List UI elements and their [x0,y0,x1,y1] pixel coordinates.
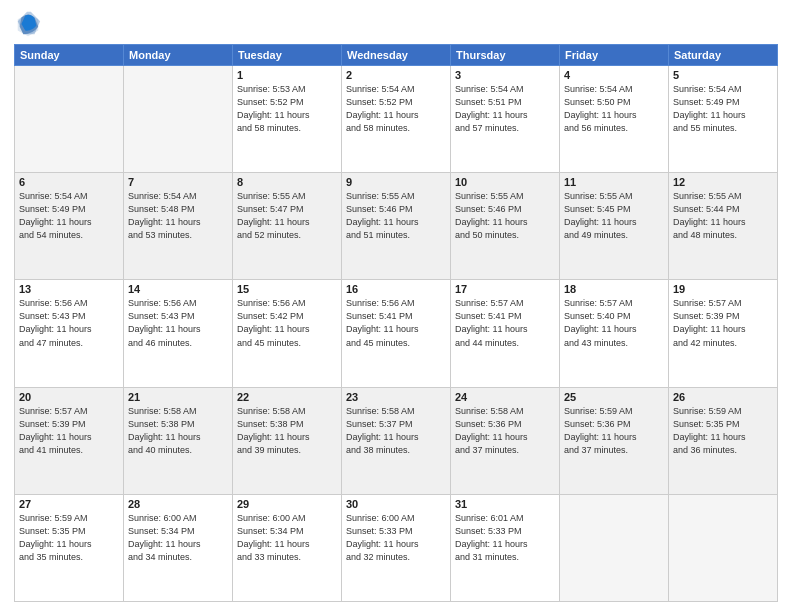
calendar-cell: 9Sunrise: 5:55 AM Sunset: 5:46 PM Daylig… [342,173,451,280]
calendar-cell: 8Sunrise: 5:55 AM Sunset: 5:47 PM Daylig… [233,173,342,280]
day-number: 23 [346,391,446,403]
day-number: 17 [455,283,555,295]
weekday-header-friday: Friday [560,45,669,66]
calendar-cell: 15Sunrise: 5:56 AM Sunset: 5:42 PM Dayli… [233,280,342,387]
calendar-cell: 1Sunrise: 5:53 AM Sunset: 5:52 PM Daylig… [233,66,342,173]
day-number: 15 [237,283,337,295]
day-number: 20 [19,391,119,403]
calendar-cell: 5Sunrise: 5:54 AM Sunset: 5:49 PM Daylig… [669,66,778,173]
header [14,10,778,38]
day-number: 4 [564,69,664,81]
calendar-cell: 21Sunrise: 5:58 AM Sunset: 5:38 PM Dayli… [124,387,233,494]
calendar-cell: 28Sunrise: 6:00 AM Sunset: 5:34 PM Dayli… [124,494,233,601]
page: SundayMondayTuesdayWednesdayThursdayFrid… [0,0,792,612]
calendar-cell [15,66,124,173]
calendar-cell: 27Sunrise: 5:59 AM Sunset: 5:35 PM Dayli… [15,494,124,601]
day-number: 31 [455,498,555,510]
day-info: Sunrise: 5:54 AM Sunset: 5:51 PM Dayligh… [455,83,555,135]
calendar-cell: 25Sunrise: 5:59 AM Sunset: 5:36 PM Dayli… [560,387,669,494]
day-info: Sunrise: 6:00 AM Sunset: 5:33 PM Dayligh… [346,512,446,564]
day-info: Sunrise: 5:55 AM Sunset: 5:47 PM Dayligh… [237,190,337,242]
day-info: Sunrise: 5:54 AM Sunset: 5:48 PM Dayligh… [128,190,228,242]
calendar-cell: 20Sunrise: 5:57 AM Sunset: 5:39 PM Dayli… [15,387,124,494]
calendar-cell: 6Sunrise: 5:54 AM Sunset: 5:49 PM Daylig… [15,173,124,280]
day-number: 26 [673,391,773,403]
calendar-cell: 31Sunrise: 6:01 AM Sunset: 5:33 PM Dayli… [451,494,560,601]
day-info: Sunrise: 5:55 AM Sunset: 5:46 PM Dayligh… [455,190,555,242]
calendar-cell: 23Sunrise: 5:58 AM Sunset: 5:37 PM Dayli… [342,387,451,494]
day-info: Sunrise: 5:54 AM Sunset: 5:52 PM Dayligh… [346,83,446,135]
day-number: 11 [564,176,664,188]
calendar-cell: 22Sunrise: 5:58 AM Sunset: 5:38 PM Dayli… [233,387,342,494]
calendar-week-5: 27Sunrise: 5:59 AM Sunset: 5:35 PM Dayli… [15,494,778,601]
day-number: 2 [346,69,446,81]
calendar-cell: 30Sunrise: 6:00 AM Sunset: 5:33 PM Dayli… [342,494,451,601]
calendar-cell: 19Sunrise: 5:57 AM Sunset: 5:39 PM Dayli… [669,280,778,387]
day-info: Sunrise: 5:56 AM Sunset: 5:41 PM Dayligh… [346,297,446,349]
calendar-cell: 24Sunrise: 5:58 AM Sunset: 5:36 PM Dayli… [451,387,560,494]
calendar-week-3: 13Sunrise: 5:56 AM Sunset: 5:43 PM Dayli… [15,280,778,387]
day-info: Sunrise: 5:55 AM Sunset: 5:46 PM Dayligh… [346,190,446,242]
day-number: 16 [346,283,446,295]
weekday-header-tuesday: Tuesday [233,45,342,66]
day-number: 30 [346,498,446,510]
calendar-table: SundayMondayTuesdayWednesdayThursdayFrid… [14,44,778,602]
day-number: 25 [564,391,664,403]
day-info: Sunrise: 5:58 AM Sunset: 5:38 PM Dayligh… [237,405,337,457]
day-info: Sunrise: 5:55 AM Sunset: 5:44 PM Dayligh… [673,190,773,242]
day-info: Sunrise: 5:57 AM Sunset: 5:40 PM Dayligh… [564,297,664,349]
calendar-week-2: 6Sunrise: 5:54 AM Sunset: 5:49 PM Daylig… [15,173,778,280]
day-info: Sunrise: 5:57 AM Sunset: 5:39 PM Dayligh… [673,297,773,349]
calendar-cell [124,66,233,173]
day-number: 3 [455,69,555,81]
logo [14,10,46,38]
calendar-cell: 3Sunrise: 5:54 AM Sunset: 5:51 PM Daylig… [451,66,560,173]
weekday-header-saturday: Saturday [669,45,778,66]
day-number: 28 [128,498,228,510]
calendar-cell: 16Sunrise: 5:56 AM Sunset: 5:41 PM Dayli… [342,280,451,387]
calendar-cell: 17Sunrise: 5:57 AM Sunset: 5:41 PM Dayli… [451,280,560,387]
day-info: Sunrise: 5:54 AM Sunset: 5:49 PM Dayligh… [19,190,119,242]
logo-icon [14,10,42,38]
day-number: 6 [19,176,119,188]
day-number: 1 [237,69,337,81]
day-info: Sunrise: 5:59 AM Sunset: 5:35 PM Dayligh… [673,405,773,457]
day-info: Sunrise: 5:56 AM Sunset: 5:43 PM Dayligh… [128,297,228,349]
day-info: Sunrise: 5:58 AM Sunset: 5:36 PM Dayligh… [455,405,555,457]
day-number: 14 [128,283,228,295]
day-number: 8 [237,176,337,188]
calendar-cell: 12Sunrise: 5:55 AM Sunset: 5:44 PM Dayli… [669,173,778,280]
day-info: Sunrise: 5:59 AM Sunset: 5:36 PM Dayligh… [564,405,664,457]
day-number: 7 [128,176,228,188]
day-number: 12 [673,176,773,188]
calendar-week-4: 20Sunrise: 5:57 AM Sunset: 5:39 PM Dayli… [15,387,778,494]
calendar-cell: 11Sunrise: 5:55 AM Sunset: 5:45 PM Dayli… [560,173,669,280]
day-info: Sunrise: 5:58 AM Sunset: 5:37 PM Dayligh… [346,405,446,457]
day-info: Sunrise: 5:59 AM Sunset: 5:35 PM Dayligh… [19,512,119,564]
weekday-header-wednesday: Wednesday [342,45,451,66]
day-info: Sunrise: 6:01 AM Sunset: 5:33 PM Dayligh… [455,512,555,564]
day-info: Sunrise: 5:54 AM Sunset: 5:50 PM Dayligh… [564,83,664,135]
day-info: Sunrise: 5:56 AM Sunset: 5:42 PM Dayligh… [237,297,337,349]
calendar-cell: 18Sunrise: 5:57 AM Sunset: 5:40 PM Dayli… [560,280,669,387]
calendar-cell: 2Sunrise: 5:54 AM Sunset: 5:52 PM Daylig… [342,66,451,173]
day-number: 13 [19,283,119,295]
day-number: 24 [455,391,555,403]
calendar-header-row: SundayMondayTuesdayWednesdayThursdayFrid… [15,45,778,66]
calendar-cell: 4Sunrise: 5:54 AM Sunset: 5:50 PM Daylig… [560,66,669,173]
weekday-header-thursday: Thursday [451,45,560,66]
calendar-cell: 10Sunrise: 5:55 AM Sunset: 5:46 PM Dayli… [451,173,560,280]
day-number: 29 [237,498,337,510]
day-info: Sunrise: 5:53 AM Sunset: 5:52 PM Dayligh… [237,83,337,135]
day-number: 27 [19,498,119,510]
calendar-cell: 26Sunrise: 5:59 AM Sunset: 5:35 PM Dayli… [669,387,778,494]
day-number: 21 [128,391,228,403]
day-number: 9 [346,176,446,188]
day-info: Sunrise: 5:57 AM Sunset: 5:41 PM Dayligh… [455,297,555,349]
calendar-cell: 14Sunrise: 5:56 AM Sunset: 5:43 PM Dayli… [124,280,233,387]
day-info: Sunrise: 5:54 AM Sunset: 5:49 PM Dayligh… [673,83,773,135]
calendar-body: 1Sunrise: 5:53 AM Sunset: 5:52 PM Daylig… [15,66,778,602]
day-number: 19 [673,283,773,295]
calendar-week-1: 1Sunrise: 5:53 AM Sunset: 5:52 PM Daylig… [15,66,778,173]
day-info: Sunrise: 5:57 AM Sunset: 5:39 PM Dayligh… [19,405,119,457]
